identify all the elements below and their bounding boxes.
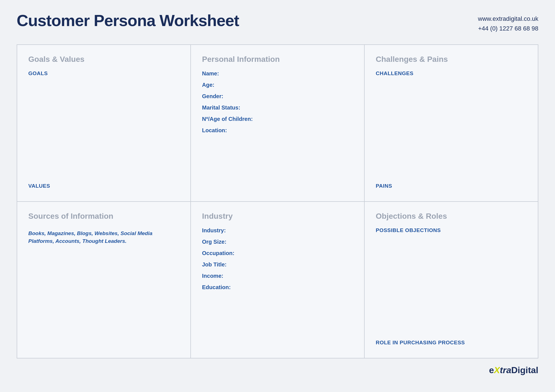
industry-field-education: Education: xyxy=(202,284,353,291)
sources-title: Sources of Information xyxy=(28,212,179,221)
contact-info: www.extradigital.co.uk +44 (0) 1227 68 6… xyxy=(478,11,538,33)
logo-x-icon: X xyxy=(494,365,500,375)
challenges-section: CHALLENGES xyxy=(376,70,527,79)
cell-personal-info: Personal Information Name: Age: Gender: … xyxy=(191,45,364,201)
industry-title: Industry xyxy=(202,212,353,221)
objections-section: POSSIBLE OBJECTIONS xyxy=(376,227,527,236)
personal-info-field-gender: Gender: xyxy=(202,93,353,100)
worksheet-grid: Goals & Values GOALS VALUES Personal Inf… xyxy=(17,44,538,358)
phone: +44 (0) 1227 68 68 98 xyxy=(478,24,538,33)
cell-goals-values: Goals & Values GOALS VALUES xyxy=(17,45,191,201)
cell-sources: Sources of Information Books, Magazines,… xyxy=(17,202,191,358)
cell-objections-roles: Objections & Roles POSSIBLE OBJECTIONS R… xyxy=(364,202,538,358)
logo-digital: Digital xyxy=(511,365,538,375)
cell-challenges-pains: Challenges & Pains CHALLENGES PAINS xyxy=(364,45,538,201)
footer: eXtraDigital xyxy=(17,365,538,375)
logo-extra: tra xyxy=(500,365,511,375)
goals-label: GOALS xyxy=(28,70,179,77)
pains-label: PAINS xyxy=(376,183,527,189)
industry-field-industry: Industry: xyxy=(202,227,353,234)
sources-description: Books, Magazines, Blogs, Websites, Socia… xyxy=(28,230,179,245)
logo: eXtraDigital xyxy=(489,365,538,375)
personal-info-field-age: Age: xyxy=(202,82,353,88)
industry-field-job-title: Job Title: xyxy=(202,261,353,268)
header: Customer Persona Worksheet www.extradigi… xyxy=(17,11,538,33)
pains-section: PAINS xyxy=(376,183,527,191)
goals-section: GOALS xyxy=(28,70,179,79)
challenges-pains-title: Challenges & Pains xyxy=(376,55,527,64)
industry-field-occupation: Occupation: xyxy=(202,250,353,256)
challenges-label: CHALLENGES xyxy=(376,70,527,77)
objections-roles-title: Objections & Roles xyxy=(376,212,527,221)
personal-info-field-children: Nº/Age of Children: xyxy=(202,116,353,122)
website: www.extradigital.co.uk xyxy=(478,14,538,24)
cell-industry: Industry Industry: Org Size: Occupation:… xyxy=(191,202,364,358)
personal-info-field-name: Name: xyxy=(202,70,353,77)
goals-values-title: Goals & Values xyxy=(28,55,179,64)
role-section: ROLE IN PURCHASING PROCESS xyxy=(376,340,527,348)
objections-label: POSSIBLE OBJECTIONS xyxy=(376,227,527,233)
industry-field-income: Income: xyxy=(202,273,353,279)
role-label: ROLE IN PURCHASING PROCESS xyxy=(376,340,527,346)
industry-field-org-size: Org Size: xyxy=(202,239,353,245)
personal-info-field-marital: Marital Status: xyxy=(202,105,353,111)
page-title: Customer Persona Worksheet xyxy=(17,11,239,30)
personal-info-field-location: Location: xyxy=(202,127,353,134)
values-section: VALUES xyxy=(28,183,179,191)
personal-info-title: Personal Information xyxy=(202,55,353,64)
values-label: VALUES xyxy=(28,183,179,189)
logo-e: e xyxy=(489,365,494,375)
